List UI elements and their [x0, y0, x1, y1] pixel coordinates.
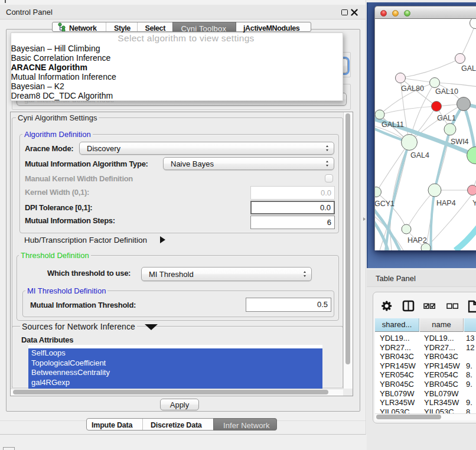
svg-text:GCY1: GCY1 — [375, 200, 395, 208]
svg-text:GAL11: GAL11 — [382, 120, 404, 129]
svg-text:Y: Y — [472, 199, 476, 207]
svg-text:HAP2: HAP2 — [407, 236, 427, 244]
svg-text:GAL10: GAL10 — [435, 87, 458, 96]
svg-text:HAP4: HAP4 — [436, 199, 456, 207]
svg-text:SWI4: SWI4 — [451, 138, 469, 146]
svg-text:GAL: GAL — [461, 64, 476, 73]
svg-text:GAL4: GAL4 — [410, 151, 429, 159]
svg-text:GAL80: GAL80 — [401, 84, 424, 93]
svg-text:GAL1: GAL1 — [437, 114, 456, 122]
